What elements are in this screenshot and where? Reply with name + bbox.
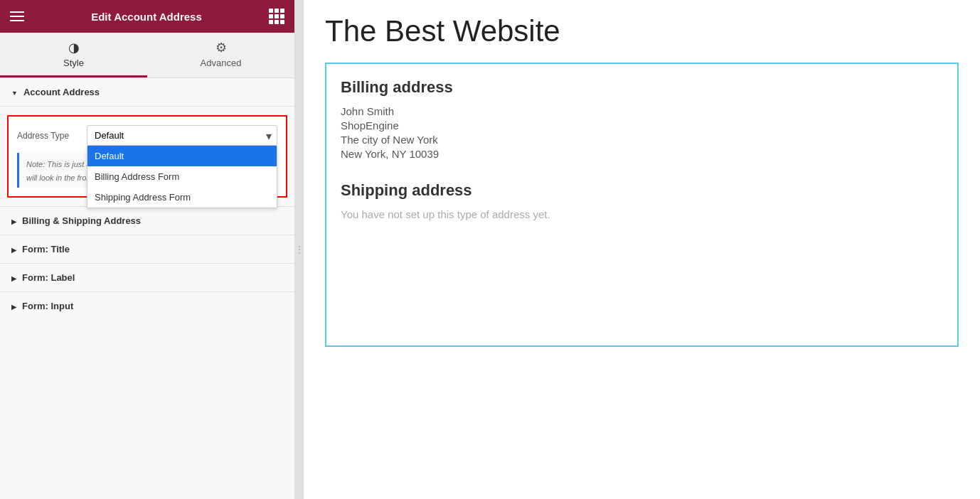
- style-icon: ◑: [68, 40, 80, 55]
- canvas-content: Billing address John Smith ShopEngine Th…: [325, 63, 959, 347]
- section-form-label-header[interactable]: Form: Label: [0, 264, 294, 291]
- section-form-title-header[interactable]: Form: Title: [0, 235, 294, 263]
- address-line-1: John Smith: [341, 105, 943, 117]
- section-form-input-label: Form: Input: [22, 301, 73, 311]
- dropdown-item-billing[interactable]: Billing Address Form: [87, 166, 277, 187]
- panel-header: Edit Account Address: [0, 0, 294, 33]
- tab-style[interactable]: ◑ Style: [0, 33, 147, 77]
- grid-icon[interactable]: [269, 9, 284, 24]
- section-account-address-arrow: [11, 87, 18, 97]
- advanced-icon: ⚙: [215, 40, 227, 55]
- section-billing-shipping-header[interactable]: Billing & Shipping Address: [0, 207, 294, 235]
- address-type-select[interactable]: Default Billing Address Form Shipping Ad…: [87, 125, 277, 146]
- left-panel: Edit Account Address ◑ Style ⚙ Advanced …: [0, 0, 295, 499]
- billing-title: Billing address: [341, 78, 943, 97]
- panel-title: Edit Account Address: [91, 11, 202, 23]
- section-billing-shipping-label: Billing & Shipping Address: [22, 215, 141, 226]
- address-type-row: Address Type Default Billing Address For…: [17, 125, 277, 146]
- tab-advanced[interactable]: ⚙ Advanced: [147, 33, 294, 77]
- shipping-title: Shipping address: [341, 181, 943, 200]
- section-form-input-header[interactable]: Form: Input: [0, 292, 294, 320]
- right-panel: The Best Website Billing address John Sm…: [304, 0, 980, 499]
- tab-style-label: Style: [63, 58, 84, 68]
- address-type-select-wrapper[interactable]: Default Billing Address Form Shipping Ad…: [87, 125, 277, 146]
- panel-content: Account Address Address Type Default Bil…: [0, 78, 294, 499]
- address-line-4: New York, NY 10039: [341, 148, 943, 160]
- dropdown-item-default[interactable]: Default: [87, 146, 277, 166]
- section-account-address-label: Account Address: [23, 87, 100, 97]
- address-type-dropdown: Default Billing Address Form Shipping Ad…: [87, 146, 277, 208]
- section-form-title-label: Form: Title: [22, 244, 70, 254]
- page-title: The Best Website: [325, 14, 959, 48]
- section-form-title-arrow: [11, 244, 16, 254]
- shipping-empty-note: You have not set up this type of address…: [341, 208, 943, 220]
- address-type-label: Address Type: [17, 131, 81, 141]
- section-form-label-label: Form: Label: [22, 272, 75, 283]
- section-billing-shipping: Billing & Shipping Address: [0, 206, 294, 235]
- tab-advanced-label: Advanced: [201, 58, 242, 68]
- section-form-label: Form: Label: [0, 263, 294, 291]
- panel-tabs: ◑ Style ⚙ Advanced: [0, 33, 294, 78]
- section-form-input-arrow: [11, 301, 16, 311]
- section-form-label-arrow: [11, 272, 16, 283]
- section-account-address-header[interactable]: Account Address: [0, 78, 294, 107]
- section-form-title: Form: Title: [0, 235, 294, 263]
- account-address-section: Address Type Default Billing Address For…: [7, 115, 287, 198]
- section-billing-shipping-arrow: [11, 215, 16, 226]
- address-line-2: ShopEngine: [341, 119, 943, 132]
- resize-handle[interactable]: ⋮: [295, 0, 304, 499]
- dropdown-item-shipping[interactable]: Shipping Address Form: [87, 187, 277, 208]
- address-line-3: The city of New York: [341, 134, 943, 146]
- section-form-input: Form: Input: [0, 291, 294, 320]
- hamburger-icon[interactable]: [10, 11, 24, 21]
